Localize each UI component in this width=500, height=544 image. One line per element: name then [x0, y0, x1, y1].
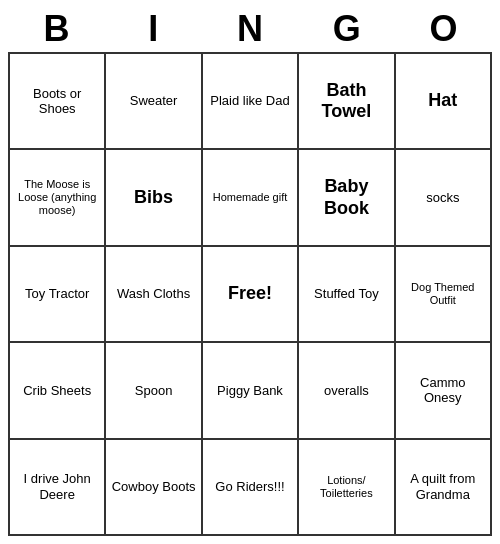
header-letter: N: [206, 8, 294, 50]
bingo-cell: Stuffed Toy: [299, 247, 395, 343]
bingo-cell: The Moose is Loose (anything moose): [10, 150, 106, 246]
bingo-cell: I drive John Deere: [10, 440, 106, 536]
bingo-grid: Boots or ShoesSweaterPlaid like DadBath …: [8, 52, 492, 536]
bingo-cell: Hat: [396, 54, 492, 150]
bingo-cell: socks: [396, 150, 492, 246]
bingo-cell: Lotions/ Toiletteries: [299, 440, 395, 536]
header-letter: O: [400, 8, 488, 50]
bingo-cell: Cowboy Boots: [106, 440, 202, 536]
bingo-cell: Boots or Shoes: [10, 54, 106, 150]
bingo-cell: Baby Book: [299, 150, 395, 246]
header-letter: B: [12, 8, 100, 50]
bingo-header: BINGO: [8, 8, 492, 50]
bingo-cell: Cammo Onesy: [396, 343, 492, 439]
bingo-cell: Spoon: [106, 343, 202, 439]
bingo-cell: Crib Sheets: [10, 343, 106, 439]
bingo-cell: Plaid like Dad: [203, 54, 299, 150]
bingo-cell: Go Riders!!!: [203, 440, 299, 536]
bingo-cell: overalls: [299, 343, 395, 439]
bingo-cell: A quilt from Grandma: [396, 440, 492, 536]
bingo-cell: Piggy Bank: [203, 343, 299, 439]
header-letter: I: [109, 8, 197, 50]
header-letter: G: [303, 8, 391, 50]
bingo-cell: Homemade gift: [203, 150, 299, 246]
bingo-cell: Sweater: [106, 54, 202, 150]
bingo-cell: Toy Tractor: [10, 247, 106, 343]
bingo-cell: Bath Towel: [299, 54, 395, 150]
bingo-cell: Wash Cloths: [106, 247, 202, 343]
bingo-cell: Bibs: [106, 150, 202, 246]
bingo-cell: Free!: [203, 247, 299, 343]
bingo-cell: Dog Themed Outfit: [396, 247, 492, 343]
